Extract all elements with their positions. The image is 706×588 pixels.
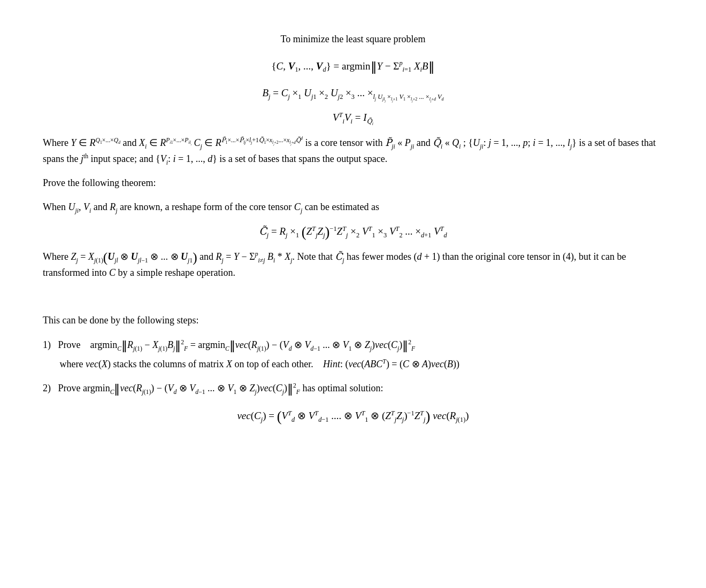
where-paragraph: Where Y ∈ RQ1×...×Qd and Xi ∈ RPi1×...×P… (43, 135, 663, 167)
steps-intro: This can be done by the following steps: (43, 312, 663, 329)
eq-final: vec(Cj) = (VTd ⊗ VTd−1 .... ⊗ VT1 ⊗ (ZTj… (43, 408, 663, 424)
eq2: Bj = Cj ×1 Uj1 ×2 Uj2 ×3 ... ×lj Ujlj ×l… (43, 85, 663, 101)
main-content: To minimize the least square problem {C,… (43, 31, 663, 424)
when-known: When Uji, Vi and Rj are known, a reshape… (43, 199, 663, 215)
spacer (43, 289, 663, 305)
eq1: {C, V1, ..., Vd} = argmin‖Y − Σpi=1 XiB‖ (43, 57, 663, 76)
eq4: C̃j = Rj ×1 (ZTjZj)−1ZTj ×2 VT1 ×3 VT2 .… (43, 223, 663, 239)
step2: 2) Prove argminC‖vec(Rj(1)) − (Vd ⊗ Vd−1… (43, 380, 663, 399)
intro-text: To minimize the least square problem (43, 31, 663, 48)
prove-theorem: Prove the following theorem: (43, 175, 663, 191)
eq3: VTiVi = IQ̃i (43, 110, 663, 126)
step1: 1) Prove argminC‖Rj(1) − Xj(1)Bj‖2F = ar… (43, 336, 663, 372)
where-zj: Where Zj = Xj(1)(Ujl ⊗ Ujl−1 ⊗ ... ⊗ Uj1… (43, 249, 663, 281)
and-text: and (199, 251, 213, 262)
